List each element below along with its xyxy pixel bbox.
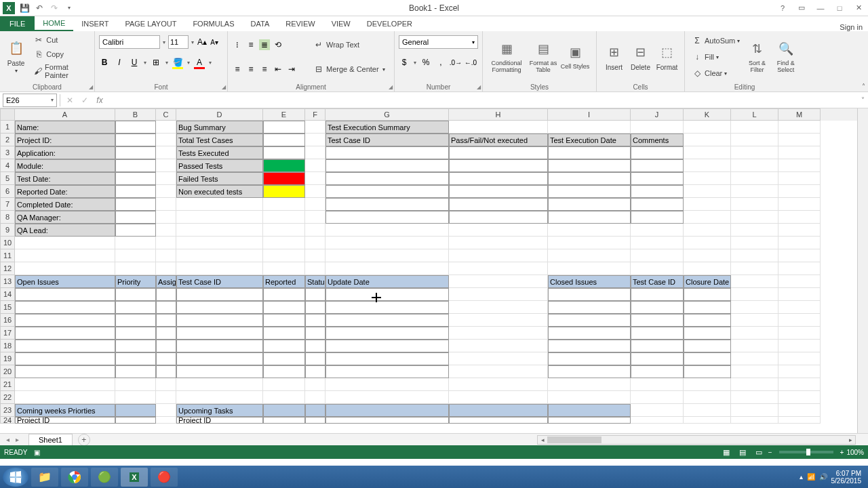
cell-L15[interactable] xyxy=(731,301,778,314)
cell-I23[interactable] xyxy=(548,404,631,417)
cell-M4[interactable] xyxy=(778,159,821,172)
tab-page-layout[interactable]: PAGE LAYOUT xyxy=(117,16,184,31)
cell-I9[interactable] xyxy=(548,224,631,237)
fill-color-icon[interactable]: 🪣 xyxy=(172,57,183,68)
cell-C5[interactable] xyxy=(156,172,176,185)
sort-filter-button[interactable]: ⇅Sort & Filter xyxy=(743,33,771,81)
column-header-F[interactable]: F xyxy=(305,108,326,121)
cell-M6[interactable] xyxy=(778,185,821,198)
cell-G11[interactable] xyxy=(326,249,449,262)
cell-B23[interactable] xyxy=(115,404,156,417)
font-name-dropdown-icon[interactable]: ▾ xyxy=(161,39,167,45)
currency-icon[interactable]: $ xyxy=(399,57,410,68)
align-right-icon[interactable]: ≡ xyxy=(259,64,270,75)
sheet-prev-icon[interactable]: ◂ xyxy=(3,435,12,445)
add-sheet-button[interactable]: + xyxy=(78,434,90,446)
insert-cells-button[interactable]: ⊞Insert xyxy=(601,33,627,81)
cell-L23[interactable] xyxy=(731,404,778,417)
decrease-font-icon[interactable]: A▾ xyxy=(209,37,220,47)
sign-in-link[interactable]: Sign in xyxy=(840,23,868,31)
cell-L11[interactable] xyxy=(731,249,778,262)
cell-G2[interactable]: Test Case ID xyxy=(326,134,449,146)
cell-H20[interactable] xyxy=(449,365,548,378)
column-header-G[interactable]: G xyxy=(326,108,449,121)
cell-J24[interactable] xyxy=(631,417,684,424)
cell-J22[interactable] xyxy=(631,391,684,404)
cell-B7[interactable] xyxy=(115,198,156,211)
cell-L5[interactable] xyxy=(731,172,778,185)
cell-L4[interactable] xyxy=(731,159,778,172)
cell-G6[interactable] xyxy=(326,185,449,198)
cell-M13[interactable] xyxy=(778,275,821,288)
cell-B8[interactable] xyxy=(115,211,156,224)
row-header-19[interactable]: 19 xyxy=(0,352,15,365)
row-header-7[interactable]: 7 xyxy=(0,198,15,211)
cell-B14[interactable] xyxy=(115,288,156,301)
cell-A22[interactable] xyxy=(15,391,115,404)
cell-J12[interactable] xyxy=(631,262,684,275)
cell-H7[interactable] xyxy=(449,198,548,211)
cell-A16[interactable] xyxy=(15,314,115,327)
cell-G8[interactable] xyxy=(326,211,449,224)
cell-A24[interactable]: Project ID xyxy=(15,417,115,424)
cell-L20[interactable] xyxy=(731,365,778,378)
zoom-out-icon[interactable]: − xyxy=(768,449,772,456)
tray-volume-icon[interactable]: 🔊 xyxy=(819,473,827,481)
cell-G5[interactable] xyxy=(326,172,449,185)
align-bottom-icon[interactable]: ≣ xyxy=(259,39,270,50)
row-header-6[interactable]: 6 xyxy=(0,185,15,198)
cell-M9[interactable] xyxy=(778,224,821,237)
cell-G24[interactable] xyxy=(326,417,449,424)
cell-E6[interactable] xyxy=(263,185,305,198)
cell-B2[interactable] xyxy=(115,134,156,146)
cell-C22[interactable] xyxy=(156,391,176,404)
conditional-formatting-button[interactable]: ▦Conditional Formatting xyxy=(487,33,526,81)
tray-network-icon[interactable]: 📶 xyxy=(807,473,815,481)
font-color-dropdown-icon[interactable]: ▾ xyxy=(209,60,212,66)
cell-H24[interactable] xyxy=(449,417,548,424)
cell-H12[interactable] xyxy=(449,262,548,275)
cell-B16[interactable] xyxy=(115,314,156,327)
row-header-23[interactable]: 23 xyxy=(0,404,15,417)
cell-D5[interactable]: Failed Tests xyxy=(176,172,263,185)
page-layout-view-icon[interactable]: ▤ xyxy=(736,447,749,458)
cell-J23[interactable] xyxy=(631,404,684,417)
cell-A1[interactable]: Name: xyxy=(15,121,115,134)
cell-J13[interactable]: Test Case ID xyxy=(631,275,684,288)
cell-G10[interactable] xyxy=(326,237,449,249)
tab-data[interactable]: DATA xyxy=(243,16,278,31)
cell-I14[interactable] xyxy=(548,288,631,301)
cell-D14[interactable] xyxy=(176,288,263,301)
formula-input[interactable] xyxy=(109,94,857,107)
cell-F2[interactable] xyxy=(305,134,326,146)
qat-customize-icon[interactable]: ▾ xyxy=(64,3,75,14)
cell-I3[interactable] xyxy=(548,146,631,159)
cell-B17[interactable] xyxy=(115,327,156,340)
cell-B22[interactable] xyxy=(115,391,156,404)
redo-icon[interactable]: ↷ xyxy=(49,3,60,14)
clear-button[interactable]: ◇Clear▾ xyxy=(689,66,743,80)
vertical-scrollbar[interactable] xyxy=(857,108,868,433)
cell-A3[interactable]: Application: xyxy=(15,146,115,159)
cell-D18[interactable] xyxy=(176,340,263,352)
name-box[interactable]: E26 ▾ xyxy=(3,94,57,107)
cell-F20[interactable] xyxy=(305,365,326,378)
cell-F17[interactable] xyxy=(305,327,326,340)
enter-formula-icon[interactable]: ✓ xyxy=(79,95,90,106)
cell-K8[interactable] xyxy=(684,211,731,224)
cell-G12[interactable] xyxy=(326,262,449,275)
row-header-21[interactable]: 21 xyxy=(0,378,15,391)
cell-L10[interactable] xyxy=(731,237,778,249)
cell-D19[interactable] xyxy=(176,352,263,365)
cell-J17[interactable] xyxy=(631,327,684,340)
cell-D15[interactable] xyxy=(176,301,263,314)
cell-A20[interactable] xyxy=(15,365,115,378)
cell-B18[interactable] xyxy=(115,340,156,352)
name-box-dropdown-icon[interactable]: ▾ xyxy=(51,97,54,103)
cell-A10[interactable] xyxy=(15,237,115,249)
cell-C24[interactable] xyxy=(156,417,176,424)
cell-F4[interactable] xyxy=(305,159,326,172)
cell-I1[interactable] xyxy=(548,121,631,134)
cell-D24[interactable]: Project ID xyxy=(176,417,263,424)
cell-A5[interactable]: Test Date: xyxy=(15,172,115,185)
